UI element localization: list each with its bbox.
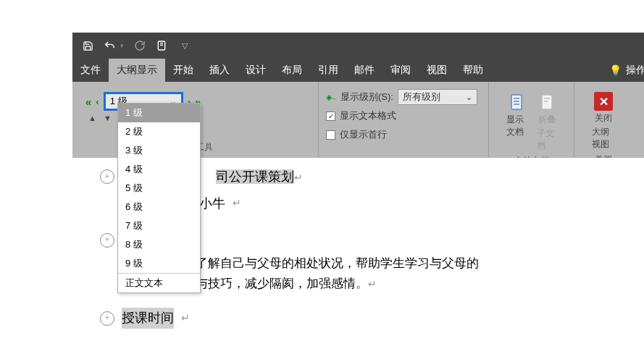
move-down-icon[interactable]: ▼ [104, 114, 112, 125]
doc-heading-3: 授课时间 [122, 308, 174, 329]
dropdown-item-level-1[interactable]: 1 级 [118, 104, 200, 122]
dropdown-item-level-3[interactable]: 3 级 [118, 141, 200, 160]
outline-expand-icon[interactable]: + [100, 169, 114, 184]
paragraph-mark-icon: ↵ [368, 279, 377, 290]
undo-icon[interactable] [104, 40, 116, 52]
menu-mail[interactable]: 邮件 [346, 59, 382, 82]
svg-rect-7 [542, 95, 552, 109]
dropdown-item-level-7[interactable]: 7 级 [118, 216, 200, 235]
document-icon [506, 92, 527, 112]
dropdown-item-level-2[interactable]: 2 级 [118, 122, 200, 141]
move-up-icon[interactable]: ▲ [88, 114, 96, 125]
menu-design[interactable]: 设计 [238, 59, 274, 82]
close-label1: 关闭 [595, 112, 612, 125]
collapse-label1: 折叠 [538, 114, 556, 126]
customize-qat-icon[interactable]: ▽ [182, 41, 188, 51]
promote-top-icon[interactable]: « [85, 96, 91, 108]
menu-home[interactable]: 开始 [165, 59, 201, 82]
tell-me[interactable]: 💡 操作 [603, 59, 644, 82]
show-level-value: 所有级别 [403, 90, 440, 104]
menu-outline[interactable]: 大纲显示 [109, 59, 165, 82]
promote-icon[interactable]: ‹ [96, 96, 99, 107]
paragraph-mark-icon: ↵ [233, 195, 241, 211]
menu-review[interactable]: 审阅 [382, 59, 419, 82]
dropdown-item-level-8[interactable]: 8 级 [118, 235, 200, 254]
lightbulb-icon: 💡 [609, 64, 622, 76]
save-icon[interactable] [83, 41, 93, 51]
undo-dropdown-icon[interactable]: ▾ [120, 42, 124, 49]
menu-file[interactable]: 文件 [72, 59, 109, 82]
dropdown-item-body-text[interactable]: 正文文本 [118, 273, 200, 292]
touch-mode-icon[interactable] [156, 40, 167, 51]
menu-view[interactable]: 视图 [419, 59, 455, 82]
collapse-doc-icon [537, 92, 557, 112]
dropdown-item-level-6[interactable]: 6 级 [118, 198, 200, 216]
menu-references[interactable]: 引用 [310, 59, 346, 82]
close-outline-button[interactable]: ✕ 关闭 大纲视图 [589, 89, 618, 153]
menu-insert[interactable]: 插入 [201, 59, 238, 82]
show-doc-label: 显示文档 [506, 114, 527, 138]
quick-access-toolbar: ▾ ▽ [72, 33, 644, 59]
paragraph-mark-icon: ↵ [181, 311, 190, 327]
chevron-down-icon: ⌄ [466, 93, 472, 102]
redo-icon[interactable] [134, 40, 146, 51]
menu-bar: 文件 大纲显示 开始 插入 设计 布局 引用 邮件 审阅 视图 帮助 💡 操作 [72, 59, 644, 82]
paragraph-mark-icon: ↵ [294, 172, 303, 183]
svg-rect-3 [511, 95, 522, 109]
level-dropdown: 1 级 2 级 3 级 4 级 5 级 6 级 7 级 8 级 9 级 正文文本 [117, 103, 201, 293]
outline-expand-icon[interactable]: + [100, 233, 114, 248]
show-level-select[interactable]: 所有级别 ⌄ [398, 89, 477, 105]
show-first-line-label: 仅显示首行 [340, 128, 387, 141]
show-level-label: 显示级别(S): [340, 90, 393, 104]
doc-heading-2: 小牛 [199, 193, 225, 214]
checkbox-text-format[interactable]: ✓ [326, 111, 335, 121]
close-icon: ✕ [594, 92, 613, 111]
show-level-icon: ◈₋ [326, 93, 336, 102]
menu-help[interactable]: 帮助 [455, 59, 491, 82]
collapse-subdoc-button[interactable]: 折叠 子文档 [534, 89, 560, 155]
show-document-button[interactable]: 显示文档 [503, 89, 530, 155]
doc-body-1: 了解自己与父母的相处状况，帮助学生学习与父母的 [196, 256, 479, 270]
ribbon: « ‹ 1 级 ⌄ › » ▲ ▼ ＋ － 大纲工具 [72, 82, 644, 158]
close-label2: 大纲视图 [592, 126, 615, 151]
dropdown-item-level-5[interactable]: 5 级 [118, 179, 200, 198]
show-text-format-label: 显示文本格式 [340, 109, 396, 122]
doc-body-2: 与技巧，减少隔阂，加强感情。 [196, 277, 368, 290]
tell-me-label: 操作 [626, 64, 644, 77]
menu-layout[interactable]: 布局 [274, 59, 310, 82]
checkbox-first-line[interactable] [326, 130, 335, 140]
dropdown-item-level-9[interactable]: 9 级 [118, 254, 200, 273]
doc-heading-1: 司公开课策划 [216, 169, 294, 184]
collapse-label2: 子文档 [537, 127, 557, 152]
outline-expand-icon[interactable]: + [100, 311, 114, 326]
dropdown-item-level-4[interactable]: 4 级 [118, 160, 200, 179]
